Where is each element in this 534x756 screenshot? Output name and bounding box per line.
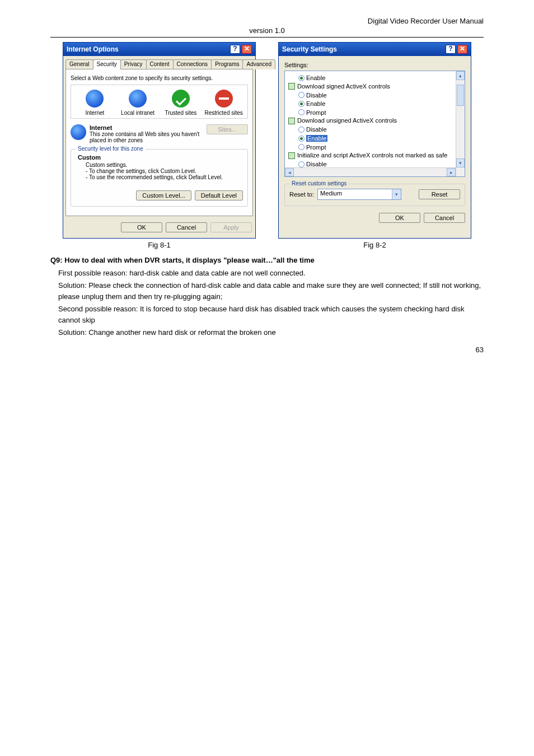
q9-p1: First possible reason: hard-disk cable a… [50,268,484,279]
opt-prompt: Prompt [306,143,326,150]
opt-disable: Disable [306,126,327,133]
check-icon [172,90,190,108]
reset-to-label: Reset to: [289,191,314,198]
opt-disable: Disable [306,91,327,98]
internet-options-dialog: Internet Options ? ✕ General Security Pr… [63,42,256,239]
opt-enable-highlighted: Enable [306,135,327,142]
grp-download-signed: Download signed ActiveX controls [297,82,390,91]
cancel-button[interactable]: Cancel [424,213,465,223]
close-icon[interactable]: ✕ [457,45,467,54]
opt-disable: Disable [306,161,327,167]
help-icon[interactable]: ? [230,45,240,54]
zone-desc-text: This zone contains all Web sites you hav… [90,131,203,143]
ok-button[interactable]: OK [379,213,420,223]
reset-legend: Reset custom settings [289,180,349,186]
q9-heading: Q9: How to deal with when DVR starts, it… [50,255,484,266]
reset-button[interactable]: Reset [419,189,460,199]
tab-programs[interactable]: Programs [211,59,243,69]
q9-p3: Second possible reason: It is forced to … [50,304,484,325]
tab-content[interactable]: Content [146,59,174,69]
grp-initialize-script: Initialize and script ActiveX controls n… [297,151,447,160]
reset-to-select[interactable]: Medium ▾ [317,189,401,200]
gear-icon [288,83,295,90]
radio-icon[interactable] [298,136,305,142]
zone-intranet-label: Local intranet [118,110,158,116]
manual-title: Digital Video Recorder User Manual [50,17,484,25]
gear-icon [288,152,295,159]
caption-fig-8-2: Fig 8-2 [278,241,471,249]
radio-icon[interactable] [298,144,305,150]
radio-icon[interactable] [298,127,305,133]
security-settings-title: Security Settings [282,45,337,53]
tab-security[interactable]: Security [93,59,121,69]
scroll-up-icon[interactable]: ▴ [456,71,465,80]
restricted-icon [215,90,233,108]
radio-icon[interactable] [298,161,305,167]
security-level-line1: Custom settings. [86,162,243,168]
close-icon[interactable]: ✕ [242,45,252,54]
radio-icon[interactable] [298,92,305,98]
caption-fig-8-1: Fig 8-1 [63,241,256,249]
scroll-right-icon[interactable]: ▸ [447,168,456,176]
tab-advanced[interactable]: Advanced [242,59,275,69]
opt-enable: Enable [306,74,325,81]
internet-options-tabs: General Security Privacy Content Connect… [65,59,253,69]
q9-p4: Solution: Change another new hard disk o… [50,327,484,338]
radio-icon[interactable] [298,101,305,107]
header-divider [50,37,484,38]
version-label: version 1.0 [50,26,484,35]
tab-connections[interactable]: Connections [173,59,212,69]
scroll-left-icon[interactable]: ◂ [285,168,294,176]
zone-restricted-sites[interactable]: Restricted sites [204,90,244,116]
tab-general[interactable]: General [65,59,93,69]
zone-desc-title: Internet [90,124,203,131]
custom-level-button[interactable]: Custom Level... [136,190,191,200]
zone-restricted-label: Restricted sites [204,110,244,116]
opt-prompt: Prompt [306,109,326,115]
cancel-button[interactable]: Cancel [166,222,207,232]
q9-p2: Solution: Please check the connection of… [50,280,484,302]
zone-instruction: Select a Web content zone to specify its… [71,75,248,81]
scroll-thumb[interactable] [457,85,464,106]
security-settings-titlebar: Security Settings ? ✕ [279,43,471,56]
grp-download-unsigned: Download unsigned ActiveX controls [297,116,397,125]
vertical-scrollbar[interactable]: ▴ ▾ [456,71,465,176]
zone-trusted-sites[interactable]: Trusted sites [161,90,201,116]
zone-internet[interactable]: Internet [74,90,115,116]
tab-privacy[interactable]: Privacy [120,59,147,69]
zone-trusted-label: Trusted sites [161,110,201,116]
radio-icon[interactable] [298,109,305,115]
internet-options-title: Internet Options [67,45,119,53]
apply-button[interactable]: Apply [210,222,252,232]
security-settings-dialog: Security Settings ? ✕ Settings: Enable D… [278,42,471,239]
gear-icon [288,118,295,124]
scroll-down-icon[interactable]: ▾ [456,158,465,167]
globe-icon [71,124,86,140]
help-icon[interactable]: ? [446,45,456,54]
internet-options-titlebar: Internet Options ? ✕ [63,43,255,56]
security-level-line3: - To use the recommended settings, click… [86,174,243,180]
default-level-button[interactable]: Default Level [195,190,243,200]
zone-list: Internet Local intranet Trusted sites Re… [71,85,248,119]
security-level-name: Custom [78,154,243,161]
settings-label: Settings: [284,62,465,68]
chevron-down-icon[interactable]: ▾ [392,189,401,199]
opt-enable: Enable [306,100,325,107]
zone-local-intranet[interactable]: Local intranet [118,90,158,116]
security-level-legend: Security level for this zone [76,146,146,152]
sites-button[interactable]: Sites... [207,124,248,134]
zone-internet-label: Internet [74,110,115,116]
ok-button[interactable]: OK [121,222,162,232]
page-number: 63 [476,346,484,354]
globe-icon [129,90,147,108]
reset-to-value: Medium [320,190,342,197]
settings-tree[interactable]: Enable Download signed ActiveX controls … [284,71,465,177]
security-level-line2: - To change the settings, click Custom L… [86,168,243,174]
horizontal-scrollbar[interactable]: ◂ ▸ [285,167,456,176]
radio-icon[interactable] [298,75,305,81]
globe-icon [86,90,104,108]
